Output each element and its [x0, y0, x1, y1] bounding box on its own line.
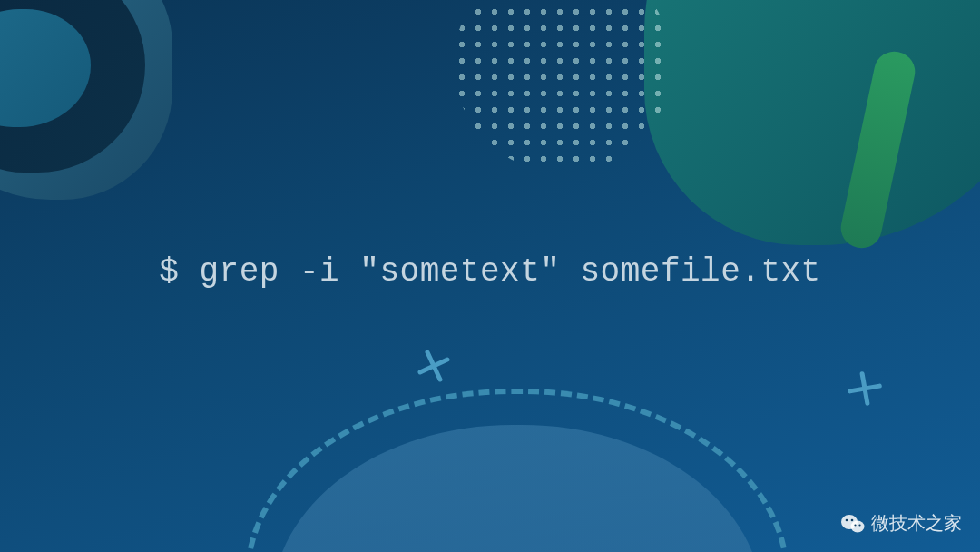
watermark: 微技术之家: [840, 511, 962, 536]
plus-icon: [839, 363, 890, 414]
command-text: $ grep -i "sometext" somefile.txt: [159, 253, 820, 291]
plus-icon: [413, 345, 455, 387]
decorative-blob-topright: [644, 0, 980, 245]
svg-point-9: [858, 524, 860, 526]
svg-point-8: [854, 524, 856, 526]
svg-point-7: [851, 518, 854, 521]
wechat-icon: [840, 513, 866, 535]
watermark-label: 微技术之家: [871, 511, 962, 536]
svg-point-5: [851, 520, 865, 532]
decorative-dotted-circle: [454, 0, 671, 172]
command-display: $ grep -i "sometext" somefile.txt: [159, 253, 820, 291]
svg-point-6: [846, 518, 848, 521]
